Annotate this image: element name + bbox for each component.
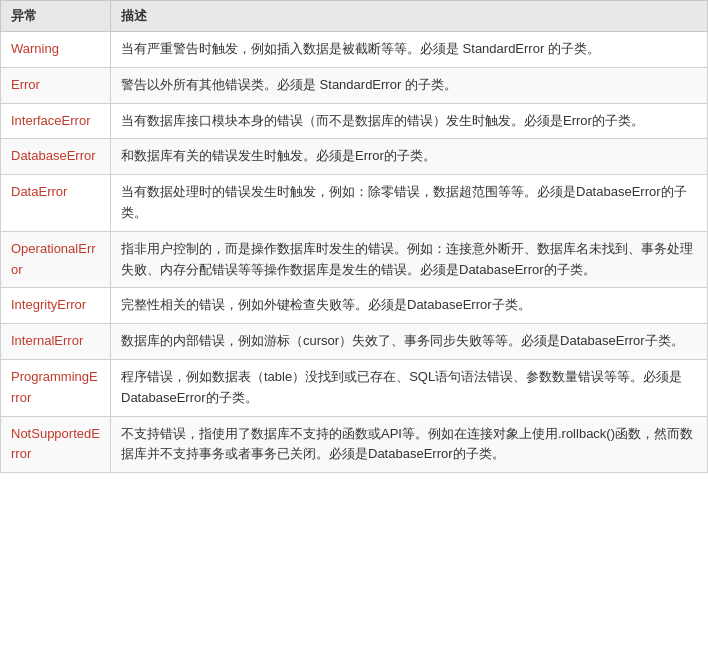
exception-name: InternalError bbox=[1, 324, 111, 360]
exception-name: IntegrityError bbox=[1, 288, 111, 324]
table-row: Warning当有严重警告时触发，例如插入数据是被截断等等。必须是 Standa… bbox=[1, 32, 708, 68]
exception-name: Error bbox=[1, 67, 111, 103]
exception-description: 指非用户控制的，而是操作数据库时发生的错误。例如：连接意外断开、数据库名未找到、… bbox=[111, 231, 708, 288]
header-exception: 异常 bbox=[1, 1, 111, 32]
exception-name: InterfaceError bbox=[1, 103, 111, 139]
table-row: DatabaseError和数据库有关的错误发生时触发。必须是Error的子类。 bbox=[1, 139, 708, 175]
exception-name: OperationalError bbox=[1, 231, 111, 288]
exception-description: 不支持错误，指使用了数据库不支持的函数或API等。例如在连接对象上使用.roll… bbox=[111, 416, 708, 473]
exception-description: 当有严重警告时触发，例如插入数据是被截断等等。必须是 StandardError… bbox=[111, 32, 708, 68]
exception-description: 程序错误，例如数据表（table）没找到或已存在、SQL语句语法错误、参数数量错… bbox=[111, 359, 708, 416]
table-row: IntegrityError完整性相关的错误，例如外键检查失败等。必须是Data… bbox=[1, 288, 708, 324]
exception-name: NotSupportedError bbox=[1, 416, 111, 473]
exception-name: ProgrammingError bbox=[1, 359, 111, 416]
table-row: InternalError数据库的内部错误，例如游标（cursor）失效了、事务… bbox=[1, 324, 708, 360]
table-row: DataError当有数据处理时的错误发生时触发，例如：除零错误，数据超范围等等… bbox=[1, 175, 708, 232]
exception-description: 完整性相关的错误，例如外键检查失败等。必须是DatabaseError子类。 bbox=[111, 288, 708, 324]
exception-description: 当有数据处理时的错误发生时触发，例如：除零错误，数据超范围等等。必须是Datab… bbox=[111, 175, 708, 232]
exception-name: DatabaseError bbox=[1, 139, 111, 175]
table-row: Error警告以外所有其他错误类。必须是 StandardError 的子类。 bbox=[1, 67, 708, 103]
exception-name: Warning bbox=[1, 32, 111, 68]
table-row: NotSupportedError不支持错误，指使用了数据库不支持的函数或API… bbox=[1, 416, 708, 473]
exception-description: 数据库的内部错误，例如游标（cursor）失效了、事务同步失败等等。必须是Dat… bbox=[111, 324, 708, 360]
table-row: InterfaceError当有数据库接口模块本身的错误（而不是数据库的错误）发… bbox=[1, 103, 708, 139]
table-row: ProgrammingError程序错误，例如数据表（table）没找到或已存在… bbox=[1, 359, 708, 416]
exception-description: 和数据库有关的错误发生时触发。必须是Error的子类。 bbox=[111, 139, 708, 175]
exception-name: DataError bbox=[1, 175, 111, 232]
table-row: OperationalError指非用户控制的，而是操作数据库时发生的错误。例如… bbox=[1, 231, 708, 288]
header-description: 描述 bbox=[111, 1, 708, 32]
exception-description: 当有数据库接口模块本身的错误（而不是数据库的错误）发生时触发。必须是Error的… bbox=[111, 103, 708, 139]
exceptions-table: 异常 描述 Warning当有严重警告时触发，例如插入数据是被截断等等。必须是 … bbox=[0, 0, 708, 473]
exception-description: 警告以外所有其他错误类。必须是 StandardError 的子类。 bbox=[111, 67, 708, 103]
